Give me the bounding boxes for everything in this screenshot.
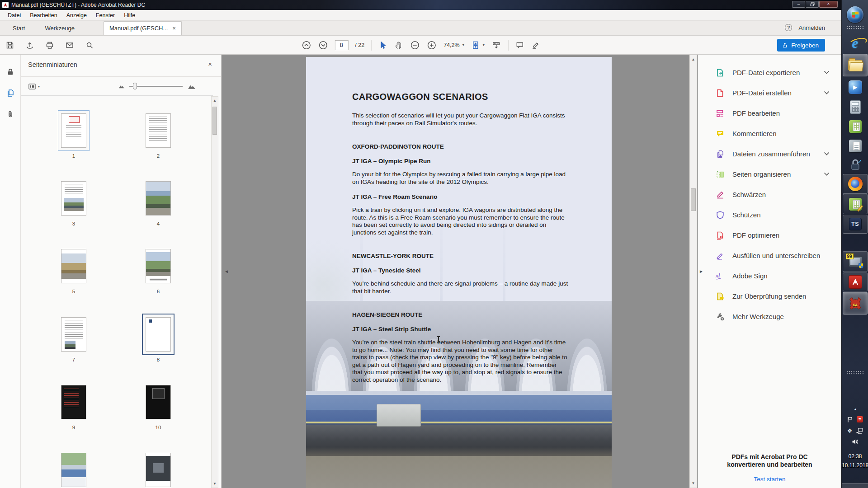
page-thumbnail-11[interactable]: 11 <box>40 453 108 488</box>
page-display-icon[interactable] <box>491 41 501 50</box>
updater[interactable]: 99 <box>843 251 868 272</box>
thumbnail-image[interactable] <box>61 113 86 148</box>
highlighter-icon[interactable] <box>531 41 540 50</box>
thumbnail-image[interactable] <box>146 181 171 216</box>
windows-explorer[interactable] <box>843 54 868 76</box>
page-thumbnail-10[interactable]: 10 <box>124 385 192 430</box>
adobe-reader[interactable] <box>843 272 868 291</box>
attachments-icon[interactable] <box>6 110 15 119</box>
share-button[interactable]: Freigeben <box>777 39 825 52</box>
tool-item-protect[interactable]: Schützen <box>698 205 841 225</box>
media-player[interactable]: ▶ <box>843 77 868 97</box>
thumbnail-image[interactable] <box>146 385 171 419</box>
page-thumbnail-4[interactable]: 4 <box>124 181 192 226</box>
tool-item-edit-pdf[interactable]: PDF bearbeiten <box>698 103 841 123</box>
thumbnails-scrollbar[interactable]: ▲ ▼ <box>211 96 218 488</box>
previous-page-icon[interactable] <box>301 40 311 50</box>
chevron-down-icon[interactable] <box>824 152 830 156</box>
menu-hilfe[interactable]: Hilfe <box>120 11 139 20</box>
thumbnail-image[interactable] <box>146 113 171 148</box>
chevron-down-icon[interactable] <box>824 172 830 176</box>
page-thumbnail-6[interactable]: 6 <box>124 249 192 294</box>
openoffice-writer[interactable] <box>843 136 868 155</box>
minimize-button[interactable]: – <box>792 1 805 8</box>
tool-item-combine-files[interactable]: Dateien zusammenführen <box>698 144 841 164</box>
tool-item-fill-sign[interactable]: Ausfüllen und unterschreiben <box>698 245 841 266</box>
zoom-level-control[interactable]: 74,2% ▾ <box>443 42 464 48</box>
zoom-out-icon[interactable] <box>410 40 420 50</box>
tool-item-optimize-pdf[interactable]: PDF optimieren <box>698 225 841 245</box>
zoom-in-icon[interactable] <box>427 40 437 50</box>
train-simulator[interactable]: TS <box>843 215 868 234</box>
internet-explorer[interactable]: e <box>843 33 868 53</box>
tool-item-send-review[interactable]: Zur Überprüfung senden <box>698 286 841 306</box>
save-icon[interactable] <box>5 41 14 50</box>
tab-werkzeuge[interactable]: Werkzeuge <box>35 22 85 35</box>
tab-start[interactable]: Start <box>3 22 35 35</box>
tool-item-adobe-sign[interactable]: xlAdobe Sign <box>698 266 841 286</box>
page-thumbnail-1[interactable]: 1 <box>40 113 108 159</box>
network[interactable] <box>856 428 863 434</box>
small-thumbnail-icon[interactable] <box>118 84 125 89</box>
lock-icon[interactable] <box>6 67 15 76</box>
menu-fenster[interactable]: Fenster <box>92 11 119 20</box>
close-panel-icon[interactable]: × <box>208 60 212 68</box>
password-tool[interactable] <box>843 155 868 174</box>
volume[interactable] <box>852 439 859 445</box>
sign-in-link[interactable]: Anmelden <box>798 24 825 31</box>
chevron-down-icon[interactable] <box>824 91 830 95</box>
avira[interactable]: ☂ <box>857 416 863 422</box>
tool-item-more-tools[interactable]: Mehr Werkzeuge <box>698 306 841 327</box>
hand-tool-icon[interactable] <box>394 41 403 50</box>
start-button[interactable] <box>843 4 868 25</box>
calculator[interactable] <box>843 97 868 117</box>
page-thumbnail-3[interactable]: 3 <box>40 181 108 226</box>
tool-item-create-pdf[interactable]: PDF-Datei erstellen <box>698 83 841 103</box>
close-tab-icon[interactable]: × <box>172 25 176 32</box>
start-trial-link[interactable]: Test starten <box>698 476 841 483</box>
collapse-left-panel-icon[interactable]: ◄ <box>224 269 229 274</box>
thumbnail-image[interactable] <box>146 453 171 487</box>
thumbnail-image[interactable] <box>61 249 86 283</box>
scroll-down-icon[interactable]: ▼ <box>212 482 218 486</box>
large-thumbnail-icon[interactable] <box>187 83 196 90</box>
restore-button[interactable] <box>806 1 819 8</box>
document-scrollbar[interactable]: ▲ ▼ <box>689 55 697 488</box>
tool-item-comment[interactable]: Kommentieren <box>698 123 841 144</box>
close-button[interactable]: × <box>819 1 838 8</box>
page-thumbnail-5[interactable]: 5 <box>40 249 108 294</box>
select-tool-icon[interactable] <box>378 41 387 50</box>
collapse-right-panel-icon[interactable]: ► <box>699 269 703 274</box>
scrollbar-thumb[interactable] <box>212 107 217 135</box>
scroll-down-icon[interactable]: ▼ <box>690 481 697 485</box>
thumbnail-image[interactable] <box>146 249 171 283</box>
thumbnail-image[interactable] <box>61 317 86 352</box>
thumbnail-image[interactable] <box>61 453 86 487</box>
thumbnail-size-slider[interactable] <box>129 86 183 87</box>
tool-item-export-pdf[interactable]: PDF-Datei exportieren <box>698 62 841 83</box>
comment-icon[interactable] <box>515 41 524 50</box>
thumbnail-image[interactable] <box>61 181 86 216</box>
hidden-icons[interactable]: ◄ <box>854 404 857 412</box>
clock-date[interactable]: 10.11.2018 <box>842 462 868 469</box>
firefox[interactable] <box>843 174 868 194</box>
tab-document[interactable]: Manual.pdf (GESCH... × <box>104 21 182 35</box>
openoffice-draw[interactable] <box>843 194 868 214</box>
menu-datei[interactable]: Datei <box>4 11 25 20</box>
page-number-input[interactable] <box>335 40 348 50</box>
scroll-up-icon[interactable]: ▲ <box>212 99 218 103</box>
fit-page-control[interactable]: ▾ <box>471 41 485 50</box>
dropbox[interactable]: ❖ <box>847 427 853 435</box>
menu-bearbeiten[interactable]: Bearbeiten <box>26 11 61 20</box>
thumbnail-options-button[interactable]: ▾ <box>28 83 40 90</box>
thumbnail-image[interactable] <box>146 317 171 352</box>
red-cat-tool[interactable]: 64 <box>843 292 868 314</box>
scrollbar-thumb[interactable] <box>691 188 696 211</box>
thumbnail-image[interactable] <box>61 385 86 419</box>
print-icon[interactable] <box>45 41 54 50</box>
menu-anzeige[interactable]: Anzeige <box>62 11 91 20</box>
action-center[interactable] <box>847 417 853 422</box>
scroll-up-icon[interactable]: ▲ <box>690 57 697 61</box>
search-icon[interactable] <box>85 41 94 50</box>
tool-item-redact[interactable]: Schwärzen <box>698 184 841 205</box>
